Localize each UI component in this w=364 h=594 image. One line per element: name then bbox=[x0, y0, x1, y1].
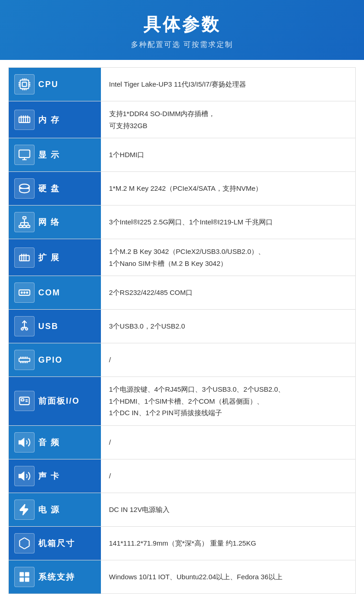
label-cell-storage: 硬 盘 bbox=[9, 172, 101, 206]
os-label: 系统支持 bbox=[38, 571, 75, 582]
label-cell-cpu: CPU bbox=[9, 68, 101, 101]
label-cell-soundcard: 声 卡 bbox=[9, 459, 101, 493]
spec-content: CPU Intel Tiger Lake-UP3 11代I3/I5/I7/赛扬处… bbox=[0, 60, 364, 594]
svg-marker-65 bbox=[19, 438, 24, 446]
label-cell-os: 系统支持 bbox=[9, 560, 101, 594]
cpu-icon bbox=[14, 74, 35, 94]
com-value: 2个RS232/422/485 COM口 bbox=[101, 276, 356, 310]
gpio-value: / bbox=[101, 343, 356, 377]
svg-rect-23 bbox=[19, 150, 29, 158]
network-icon bbox=[14, 212, 35, 232]
svg-rect-31 bbox=[27, 225, 30, 228]
table-row: USB 3个USB3.0，2个USB2.0 bbox=[9, 310, 356, 343]
chassis-label: 机箱尺寸 bbox=[38, 538, 75, 549]
frontpanel-value: 1个电源按键、4个RJ45网口、3个USB3.0、2个USB2.0、1个HDMI… bbox=[101, 377, 356, 426]
usb-label: USB bbox=[38, 322, 59, 331]
svg-rect-1 bbox=[22, 82, 26, 86]
gpio-label: GPIO bbox=[38, 355, 63, 365]
label-cell-chassis: 机箱尺寸 bbox=[9, 526, 101, 560]
table-row: 网 络 3个Intel®I225 2.5G网口、1个Intel®I219-LM … bbox=[9, 206, 356, 239]
memory-icon bbox=[14, 110, 35, 130]
svg-point-26 bbox=[20, 184, 29, 188]
power-label: 电 源 bbox=[38, 504, 60, 515]
table-row: 机箱尺寸 141*111.2*71.9mm（宽*深*高） 重量 约1.25KG bbox=[9, 526, 356, 560]
svg-point-49 bbox=[25, 328, 28, 330]
table-row: 电 源 DC IN 12V电源输入 bbox=[9, 493, 356, 526]
label-cell-network: 网 络 bbox=[9, 206, 101, 239]
table-row: 声 卡 / bbox=[9, 459, 356, 493]
table-row: 内 存 支持1*DDR4 SO-DIMM内存插槽，可支持32GB bbox=[9, 101, 356, 138]
table-row: 系统支持 Windows 10/11 IOT、Ubuntu22.04以上、Fed… bbox=[9, 560, 356, 594]
os-icon bbox=[14, 567, 35, 587]
header-subtitle: 多种配置可选 可按需求定制 bbox=[9, 40, 355, 50]
soundcard-icon bbox=[14, 466, 35, 486]
usb-icon bbox=[14, 316, 35, 336]
chassis-icon bbox=[14, 533, 35, 553]
audio-value: / bbox=[101, 425, 356, 459]
expansion-label: 扩 展 bbox=[38, 252, 60, 263]
frontpanel-label: 前面板I/O bbox=[38, 395, 80, 406]
usb-value: 3个USB3.0，2个USB2.0 bbox=[101, 310, 356, 343]
display-value: 1个HDMI口 bbox=[101, 138, 356, 172]
table-row: 前面板I/O 1个电源按键、4个RJ45网口、3个USB3.0、2个USB2.0… bbox=[9, 377, 356, 426]
frontpanel-icon bbox=[14, 391, 35, 411]
audio-label: 音 频 bbox=[38, 437, 60, 448]
power-icon bbox=[14, 500, 35, 520]
svg-rect-67 bbox=[20, 572, 24, 576]
memory-label: 内 存 bbox=[38, 114, 60, 125]
expansion-value: 1个M.2 B Key 3042（PCIeX2/USB3.0/USB2.0）、1… bbox=[101, 239, 356, 276]
svg-rect-30 bbox=[23, 225, 26, 228]
os-value: Windows 10/11 IOT、Ubuntu22.04以上、Fedora 3… bbox=[101, 560, 356, 594]
label-cell-com: COM bbox=[9, 276, 101, 310]
svg-rect-70 bbox=[25, 577, 29, 582]
header: 具体参数 多种配置可选 可按需求定制 bbox=[0, 0, 364, 60]
svg-point-46 bbox=[24, 292, 25, 294]
display-label: 显 示 bbox=[38, 149, 60, 160]
storage-label: 硬 盘 bbox=[38, 183, 60, 194]
svg-rect-14 bbox=[19, 117, 29, 123]
svg-point-48 bbox=[21, 328, 23, 330]
svg-rect-62 bbox=[21, 399, 24, 401]
soundcard-label: 声 卡 bbox=[38, 470, 60, 482]
svg-rect-50 bbox=[19, 359, 29, 362]
display-icon bbox=[14, 145, 35, 165]
com-icon bbox=[14, 282, 35, 303]
network-label: 网 络 bbox=[38, 217, 60, 228]
table-row: GPIO / bbox=[9, 343, 356, 377]
expansion-icon bbox=[14, 247, 35, 268]
soundcard-value: / bbox=[101, 459, 356, 493]
chassis-value: 141*111.2*71.9mm（宽*深*高） 重量 约1.25KG bbox=[101, 526, 356, 560]
storage-value: 1*M.2 M Key 2242（PCIeX4/SATA，支持NVMe） bbox=[101, 172, 356, 206]
svg-rect-68 bbox=[25, 572, 29, 576]
power-value: DC IN 12V电源输入 bbox=[101, 493, 356, 526]
audio-icon bbox=[14, 432, 35, 453]
cpu-value: Intel Tiger Lake-UP3 11代I3/I5/I7/赛扬处理器 bbox=[101, 68, 356, 101]
label-cell-frontpanel: 前面板I/O bbox=[9, 377, 101, 426]
memory-value: 支持1*DDR4 SO-DIMM内存插槽，可支持32GB bbox=[101, 101, 356, 138]
table-row: 音 频 / bbox=[9, 425, 356, 459]
svg-rect-37 bbox=[20, 255, 29, 261]
table-row: COM 2个RS232/422/485 COM口 bbox=[9, 276, 356, 310]
label-cell-usb: USB bbox=[9, 310, 101, 343]
header-title: 具体参数 bbox=[9, 13, 355, 36]
svg-point-47 bbox=[26, 292, 28, 294]
svg-rect-29 bbox=[19, 225, 22, 228]
spec-table: CPU Intel Tiger Lake-UP3 11代I3/I5/I7/赛扬处… bbox=[8, 67, 356, 594]
network-value: 3个Intel®I225 2.5G网口、1个Intel®I219-LM 千兆网口 bbox=[101, 206, 356, 239]
cpu-label: CPU bbox=[38, 80, 59, 89]
svg-point-45 bbox=[21, 292, 23, 294]
label-cell-expansion: 扩 展 bbox=[9, 239, 101, 276]
com-label: COM bbox=[38, 288, 60, 298]
svg-rect-69 bbox=[20, 577, 24, 582]
label-cell-power: 电 源 bbox=[9, 493, 101, 526]
table-row: CPU Intel Tiger Lake-UP3 11代I3/I5/I7/赛扬处… bbox=[9, 68, 356, 101]
label-cell-display: 显 示 bbox=[9, 138, 101, 172]
gpio-icon bbox=[14, 350, 35, 370]
storage-icon bbox=[14, 178, 35, 199]
table-row: 显 示 1个HDMI口 bbox=[9, 138, 356, 172]
table-row: 硬 盘 1*M.2 M Key 2242（PCIeX4/SATA，支持NVMe） bbox=[9, 172, 356, 206]
svg-marker-66 bbox=[19, 472, 24, 479]
table-row: 扩 展 1个M.2 B Key 3042（PCIeX2/USB3.0/USB2.… bbox=[9, 239, 356, 276]
label-cell-memory: 内 存 bbox=[9, 101, 101, 138]
label-cell-gpio: GPIO bbox=[9, 343, 101, 377]
